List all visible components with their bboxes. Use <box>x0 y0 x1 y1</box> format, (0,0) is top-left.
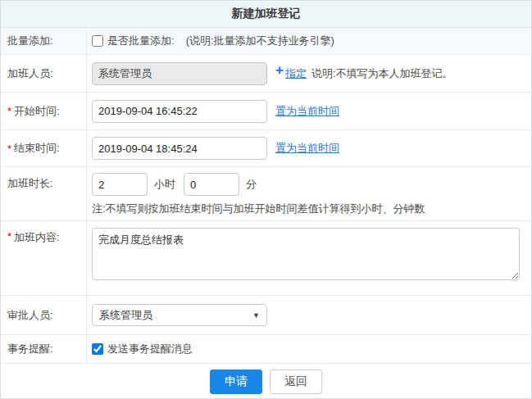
content-textarea[interactable]: 完成月度总结报表 <box>92 228 520 280</box>
batch-add-label: 批量添加: <box>1 28 87 54</box>
overtime-person-note: 说明:不填写为本人加班登记。 <box>311 66 453 81</box>
row-overtime-person: 加班人员: + 指定 说明:不填写为本人加班登记。 <box>1 55 531 93</box>
end-time-label-cell: * 结束时间: <box>1 130 87 166</box>
duration-hours-input[interactable] <box>92 173 148 196</box>
row-duration: 加班时长: 小时 分 注:不填写则按加班结束时间与加班开始时间差值计算得到小时、… <box>1 167 531 221</box>
reminder-checkbox-label: 发送事务提醒消息 <box>107 342 193 356</box>
row-batch-add: 批量添加: 是否批量添加: (说明:批量添加不支持业务引擎) <box>1 28 531 55</box>
batch-add-checkbox[interactable] <box>92 35 103 47</box>
reminder-label: 事务提醒: <box>1 335 87 363</box>
row-end-time: * 结束时间: 置为当前时间 <box>1 130 531 167</box>
duration-minutes-input[interactable] <box>184 173 239 196</box>
end-time-input[interactable] <box>92 137 267 160</box>
content-label: 加班内容: <box>14 230 60 245</box>
hours-unit-label: 小时 <box>154 177 175 192</box>
start-time-label: 开始时间: <box>14 104 60 119</box>
reminder-checkbox[interactable] <box>92 343 103 355</box>
assign-person-link[interactable]: 指定 <box>285 66 307 81</box>
content-label-cell: * 加班内容: <box>1 221 87 295</box>
approver-select[interactable]: 系统管理员 ▼ <box>92 304 267 326</box>
set-end-now-link[interactable]: 置为当前时间 <box>275 141 339 156</box>
required-asterisk: * <box>7 105 11 117</box>
duration-label: 加班时长: <box>1 167 87 220</box>
overtime-person-input[interactable] <box>92 62 267 85</box>
row-reminder: 事务提醒: 发送事务提醒消息 <box>1 335 531 364</box>
row-content: * 加班内容: 完成月度总结报表 <box>1 221 531 296</box>
submit-button[interactable]: 申请 <box>210 370 262 394</box>
set-start-now-link[interactable]: 置为当前时间 <box>275 104 339 119</box>
approver-selected-value: 系统管理员 <box>99 308 152 323</box>
row-start-time: * 开始时间: 置为当前时间 <box>1 93 531 130</box>
overtime-person-label: 加班人员: <box>1 55 87 92</box>
required-asterisk: * <box>7 143 11 155</box>
required-asterisk: * <box>7 230 11 243</box>
plus-icon: + <box>275 63 284 77</box>
start-time-input[interactable] <box>92 100 267 123</box>
chevron-down-icon: ▼ <box>252 311 260 320</box>
button-row: 申请 返回 <box>1 364 531 399</box>
batch-add-checkbox-label: 是否批量添加: <box>107 34 175 48</box>
approver-label: 审批人员: <box>1 296 87 334</box>
end-time-label: 结束时间: <box>14 141 60 156</box>
duration-note: 注:不填写则按加班结束时间与加班开始时间差值计算得到小时、分钟数 <box>92 202 425 216</box>
start-time-label-cell: * 开始时间: <box>1 93 87 129</box>
form-title: 新建加班登记 <box>1 1 531 28</box>
row-approver: 审批人员: 系统管理员 ▼ <box>1 296 531 335</box>
minutes-unit-label: 分 <box>246 177 257 192</box>
overtime-form-panel: 新建加班登记 批量添加: 是否批量添加: (说明:批量添加不支持业务引擎) 加班… <box>0 0 532 399</box>
batch-add-note: (说明:批量添加不支持业务引擎) <box>186 34 334 48</box>
back-button[interactable]: 返回 <box>270 370 322 394</box>
